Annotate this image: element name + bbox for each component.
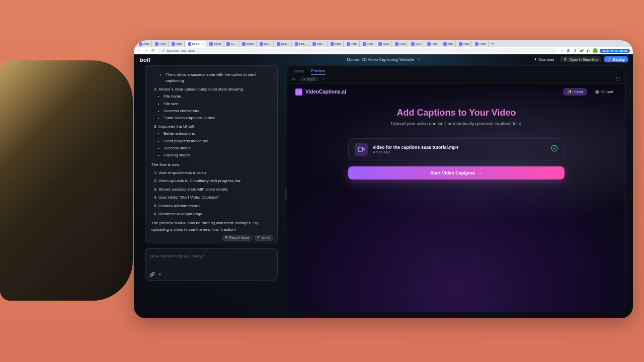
grid-icon: ▦ <box>595 89 599 94</box>
preview-path[interactable]: / <box>323 77 324 81</box>
tab-favicon <box>363 42 366 46</box>
browser-tab[interactable]: bolt… <box>310 41 328 47</box>
bolt-app: bolt Modern 3D Video Captioning Website … <box>134 54 633 318</box>
tab-label: Auto <box>463 42 469 45</box>
browser-tab[interactable]: Mak <box>441 41 456 47</box>
tab-label: Stoc <box>335 42 341 45</box>
nav-reload-button[interactable]: ⟳ <box>151 49 155 53</box>
tab-label: asser <box>214 42 221 45</box>
download-button[interactable]: ⬇ Download <box>531 56 557 62</box>
tab-label: bolt… <box>281 42 289 45</box>
tab-label: D… <box>231 42 236 45</box>
tab-favicon <box>378 42 382 46</box>
browser-tab[interactable]: Auto <box>457 41 472 47</box>
preview-port-field[interactable]: ▾ 5173 <box>299 77 319 81</box>
file-name: video for the captions saas tutorial.mp4 <box>373 145 546 150</box>
tab-favicon <box>459 42 462 46</box>
ai-line: Improved the UI with: Better animationsC… <box>158 124 271 159</box>
tab-favicon <box>395 42 398 46</box>
tab-close-button[interactable]: × <box>202 42 204 46</box>
expand-preview-button[interactable]: ⛶ <box>616 77 620 81</box>
profile-avatar[interactable] <box>593 48 598 53</box>
tab-favicon <box>411 42 415 46</box>
rocket-icon: 🚀 <box>607 57 612 61</box>
app-brand[interactable]: CC VideoCaptions.ai <box>295 88 346 96</box>
tab-output[interactable]: ▦ Output <box>591 88 617 96</box>
browser-tab[interactable]: Auto <box>153 41 168 47</box>
browser-tab[interactable]: Artal <box>170 41 185 47</box>
ai-line: Better animations <box>164 131 271 137</box>
open-stackblitz-label: Open in StackBlitz <box>569 58 598 61</box>
start-captions-button[interactable]: Start Video Captions → <box>348 166 565 179</box>
browser-tab[interactable]: Stoc <box>329 41 344 47</box>
preview-reload-button[interactable]: ⟳ <box>292 77 295 81</box>
arrow-right-icon: → <box>478 170 482 175</box>
browser-tab[interactable]: bolt… <box>275 41 292 47</box>
preview-panel: Code Preview ⟳ ▾ 5173 / ⛶ CC VideoCaptio… <box>287 65 626 312</box>
tab-favicon <box>295 42 298 46</box>
browser-tab[interactable]: Arta <box>361 41 375 47</box>
ai-line: File name <box>164 94 271 100</box>
sparkle-icon[interactable]: ✦ <box>158 272 162 277</box>
url-field[interactable]: ⓘ bolt.new/~/sb1-ytctzv <box>158 48 557 53</box>
preview-app: CC VideoCaptions.ai ✨ Input ▦ Output <box>287 84 625 312</box>
svg-rect-0 <box>358 147 362 151</box>
browser-tab[interactable]: Artal <box>345 41 360 47</box>
tab-input[interactable]: ✨ Input <box>563 88 587 96</box>
browser-tab[interactable]: Chat <box>393 41 409 47</box>
edit-title-icon[interactable]: ✎ <box>417 58 420 62</box>
tab-code[interactable]: Code <box>294 69 304 75</box>
browser-tab[interactable]: asser <box>240 41 257 47</box>
browser-tab[interactable]: D… <box>224 41 238 47</box>
ai-line: User clicks "Start Video Captions" <box>158 195 271 201</box>
tab-label: asser <box>247 42 254 45</box>
nav-forward-button[interactable]: → <box>144 49 148 53</box>
project-title[interactable]: Modern 3D Video Captioning Website ✎ <box>347 57 420 62</box>
extensions-icon[interactable]: 🧩 <box>580 48 584 53</box>
browser-tab[interactable]: asser <box>207 41 224 47</box>
tab-favicon <box>443 42 447 46</box>
open-stackblitz-button[interactable]: ⚡ Open in StackBlitz <box>560 56 601 62</box>
browser-tab[interactable]: not… <box>258 41 274 47</box>
extension-icon[interactable]: ◧ <box>567 48 571 53</box>
download-icon[interactable]: ⬇ <box>573 48 578 53</box>
nav-back-button[interactable]: ← <box>137 49 141 53</box>
chat-input[interactable]: How can Bolt help you today? 🔗 ✦ <box>145 248 278 281</box>
ai-line: "Start Video Captions" button <box>164 115 271 121</box>
deploy-button[interactable]: 🚀 Deploy <box>604 56 628 62</box>
bookmark-icon[interactable]: ☆ <box>560 48 565 53</box>
browser-tab[interactable]: bolt.n× <box>186 41 206 47</box>
undo-button[interactable]: ↶ Undo <box>254 235 273 241</box>
tab-label: Artal <box>351 42 357 45</box>
browser-tab[interactable]: Auto <box>137 41 152 47</box>
chevron-down-icon: ▾ <box>303 77 305 81</box>
success-check-icon <box>551 145 558 154</box>
tab-favicon <box>155 42 158 46</box>
video-file-icon <box>355 143 368 156</box>
tab-label: Arta <box>367 42 373 45</box>
download-label: Download <box>538 58 554 61</box>
tab-favicon <box>331 42 334 46</box>
tab-preview[interactable]: Preview <box>311 68 325 75</box>
file-size: 47.66 MB <box>373 150 546 154</box>
tab-label: Artal <box>479 42 486 45</box>
browser-tab[interactable]: JSO <box>409 41 424 47</box>
browser-tab[interactable]: Artal <box>473 41 488 47</box>
link-icon[interactable]: 🔗 <box>149 272 155 277</box>
ai-line: Added a clear upload completion state sh… <box>158 86 271 122</box>
caption-icon: CC <box>295 88 302 96</box>
report-issue-button[interactable]: ⚑ Report Issue <box>222 235 253 241</box>
browser-tab[interactable]: bolt… <box>293 41 310 47</box>
browser-tab[interactable]: Clou <box>376 41 391 47</box>
tab-label: Auto <box>143 42 149 45</box>
relaunch-button[interactable]: Relaunch to update <box>600 49 630 53</box>
wand-icon: ✨ <box>567 89 572 94</box>
tab-favicon <box>139 42 142 46</box>
tab-label: Clou <box>383 42 389 45</box>
tab-favicon <box>312 42 316 46</box>
addon-icon[interactable]: ◐ <box>586 48 591 53</box>
bolt-logo[interactable]: bolt <box>140 57 150 63</box>
undo-icon: ↶ <box>257 235 260 241</box>
new-tab-button[interactable]: + <box>490 41 496 46</box>
browser-tab[interactable]: Inbo <box>425 41 440 47</box>
